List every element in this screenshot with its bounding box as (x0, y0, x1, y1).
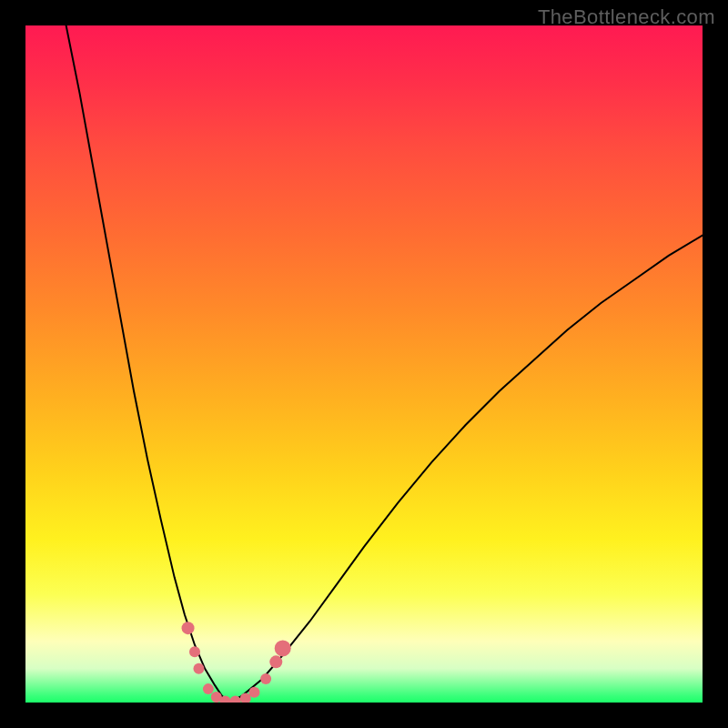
watermark-label: TheBottleneck.com (538, 5, 715, 29)
plot-area (25, 25, 703, 703)
left-curve (66, 25, 229, 703)
data-point (248, 687, 259, 698)
data-point (193, 663, 204, 674)
data-point (189, 646, 200, 657)
data-point (275, 640, 291, 656)
data-point (182, 622, 195, 634)
plot-svg (25, 25, 703, 703)
data-point (260, 673, 271, 684)
marker-group (182, 622, 291, 703)
data-point (269, 655, 282, 668)
right-curve (228, 236, 703, 703)
data-point (203, 683, 214, 694)
chart-frame: TheBottleneck.com (0, 0, 728, 728)
